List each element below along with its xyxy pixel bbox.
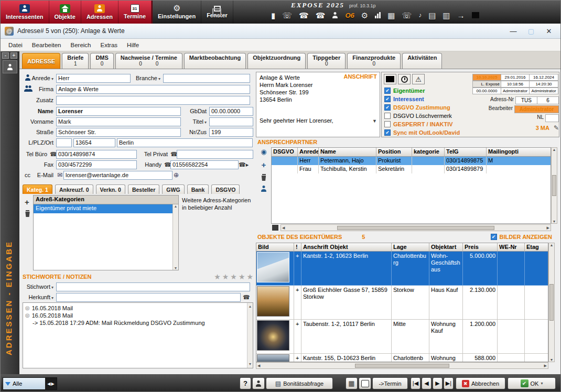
phone-out-icon[interactable]: ☎ (299, 12, 309, 19)
adress-nr-1[interactable]: TUS (515, 96, 537, 104)
col-header-bild[interactable]: Bild (256, 243, 294, 252)
objekte-vscrollbar[interactable]: ▲▼ (548, 243, 555, 362)
tab-bank[interactable]: Bank (187, 184, 209, 194)
col-header-telg[interactable]: TelG (445, 148, 487, 157)
col-header-flag[interactable]: ! (294, 243, 301, 252)
bearbeiter-value[interactable]: Administrator (514, 105, 559, 113)
history-clock-button[interactable] (398, 74, 411, 84)
menu-bereich[interactable]: Bereich (66, 40, 95, 50)
star-icon[interactable]: ★ (239, 273, 245, 281)
star-icon[interactable]: ★ (214, 273, 221, 281)
phone-add-icon[interactable]: ☎ (316, 12, 326, 19)
handy-input[interactable] (170, 160, 239, 169)
nrzus-input[interactable] (209, 128, 253, 137)
note-zoom-icon[interactable]: ◎ (25, 304, 30, 312)
globe-icon[interactable]: ⊕ (172, 171, 180, 179)
anrede-label[interactable]: Anrede (23, 75, 56, 81)
tab-gwg[interactable]: GWG (162, 184, 184, 194)
ansprechpartner-row[interactable]: Frau Tschibulla, Kerstin Sekretärin 030/… (272, 165, 551, 173)
door-exit-icon[interactable]: → (457, 12, 465, 19)
interessent-checkbox[interactable] (384, 96, 391, 102)
smartphone-icon[interactable]: ▮ (271, 12, 275, 19)
phone-icon[interactable]: ☎ (243, 294, 249, 301)
herkunft-label[interactable]: Herkunft (23, 294, 56, 300)
envelope-icon[interactable]: ✉ (56, 171, 63, 179)
objekt-row[interactable]: + Kantstr. 155, D-10623 Berlin Charlotte… (256, 354, 548, 362)
herkunft-input[interactable] (56, 293, 241, 302)
phone-icon[interactable]: ☎ (164, 161, 170, 168)
phone-icon[interactable]: ☎ (170, 151, 177, 158)
tab-finanzprodukte[interactable]: Finanzprodukte0 (347, 53, 401, 69)
menu-hilfe[interactable]: Hilfe (122, 40, 144, 50)
col-header-name[interactable]: Name (319, 148, 376, 157)
ort-input[interactable] (117, 138, 253, 147)
col-header-lage[interactable]: Lage (392, 243, 429, 252)
tab-nachweise-termine[interactable]: Nachweise / Termine00 (115, 53, 182, 69)
user-settings-icon[interactable]: ⚙ (361, 12, 368, 19)
tab-dsgvo[interactable]: DSGVO (211, 184, 240, 194)
splitter-handle[interactable] (272, 225, 278, 231)
star-icon[interactable]: ★ (222, 273, 229, 281)
col-header-anschrift[interactable]: Anschrift Objekt (301, 243, 392, 252)
firma-input[interactable] (56, 85, 250, 94)
branche-label[interactable]: Branche (135, 75, 163, 81)
date-created[interactable]: 10.10.2025 (472, 74, 501, 81)
rail-expand-button[interactable]: + (10, 52, 17, 59)
view-contact-icon[interactable]: ◉ (261, 148, 266, 156)
land-input[interactable] (56, 138, 72, 147)
calculator-icon[interactable]: ▦ (387, 12, 395, 19)
objekt-row[interactable]: + Taubenstr. 1-2, 10117 Berlin Mitte Woh… (256, 320, 548, 354)
fax-icon[interactable]: ☏ (282, 12, 292, 19)
note-source-icon[interactable]: ◎ (25, 312, 30, 319)
stichwort-label[interactable]: Stichwort (23, 284, 56, 290)
tab-dms[interactable]: DMS0 (90, 53, 113, 69)
notes-scrollbar[interactable]: ▲▼ (247, 303, 253, 368)
speaker-icon[interactable]: ♪ (418, 12, 422, 18)
maximize-button[interactable]: ▢ (526, 27, 536, 35)
eigentuemer-checkbox[interactable] (384, 88, 391, 94)
tab-besteller[interactable]: Besteller (128, 184, 159, 194)
col-header-position[interactable]: Position (376, 148, 412, 157)
filter-combo[interactable]: Alle ◀▶ (3, 377, 57, 390)
phone-icon[interactable]: ☎ (50, 151, 56, 158)
vorname-input[interactable] (56, 117, 181, 126)
nav-tab-adressen[interactable]: Adressen (81, 1, 118, 24)
gesperrt-checkbox[interactable] (384, 121, 391, 127)
dsgvo-loeschvermerk-checkbox[interactable] (384, 113, 391, 119)
export-contact-icon[interactable] (261, 186, 267, 193)
col-header-preis[interactable]: Preis (463, 243, 498, 252)
nav-tab-objekte[interactable]: Objekte (49, 1, 81, 24)
card-file-icon[interactable]: ▥ (443, 12, 450, 19)
stichwort-input[interactable] (56, 282, 250, 291)
help-button[interactable]: ? (240, 377, 251, 389)
col-header-anrede[interactable]: Anrede (298, 148, 319, 157)
rail-collapse-button[interactable]: - (2, 52, 9, 59)
tab-objektzuordnung[interactable]: Objektzuordnung (247, 53, 306, 69)
spreadsheet-icon[interactable]: ▤ (428, 12, 436, 19)
termin-button[interactable]: ->Termin (372, 377, 408, 389)
col-header-kategorie[interactable]: kategorie (412, 148, 445, 157)
delete-category-icon[interactable] (25, 210, 30, 217)
objekte-hscrollbar[interactable]: ◀▶ (256, 362, 548, 369)
col-header-etage[interactable]: Etag (525, 243, 548, 252)
category-list-scrollbar[interactable]: ▲▼ (172, 204, 178, 270)
phone-forward-icon[interactable]: ☎▸ (239, 161, 247, 168)
nav-tab-einstellungen[interactable]: ⚙ Einstellungen (153, 1, 201, 24)
menu-bearbeiten[interactable]: Bearbeiten (27, 40, 66, 50)
branche-input[interactable] (163, 74, 250, 83)
titel-label[interactable]: Titel (183, 118, 209, 125)
category-item-selected[interactable]: Eigentümer privat miete (34, 204, 178, 213)
add-contact-icon[interactable] (332, 12, 338, 19)
menu-datei[interactable]: Datei (4, 40, 27, 50)
nav-tab-interessenten[interactable]: Interessenten (1, 1, 49, 24)
nav-prev-button[interactable]: ◀ (422, 377, 431, 389)
star-icon[interactable]: ★ (230, 273, 237, 281)
phone-list-icon[interactable]: ☏ (402, 12, 412, 19)
menu-extras[interactable]: Extras (95, 40, 122, 50)
add-ansprechpartner-icon[interactable]: + (262, 160, 266, 169)
col-header-mailingoption[interactable]: Mailingopti (487, 148, 551, 157)
telprivat-input[interactable] (177, 150, 253, 159)
objekt-row[interactable]: + Kantstr. 1-2, 10623 Berlin Charlottenb… (256, 252, 548, 286)
abbrechen-button[interactable]: ✖Abbrechen (456, 377, 505, 389)
sync-outlook-checkbox[interactable] (384, 129, 391, 136)
